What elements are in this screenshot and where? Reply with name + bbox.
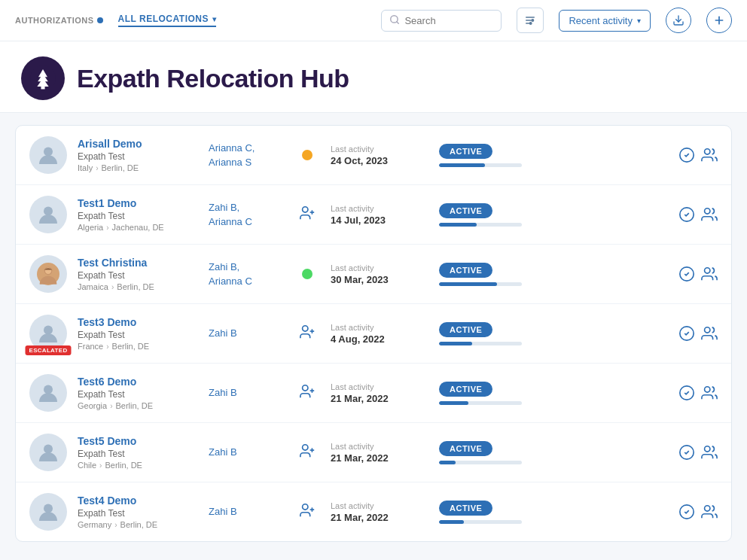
- progress-bar: [439, 223, 522, 227]
- active-badge: ACTIVE: [439, 263, 492, 278]
- person-name[interactable]: Test Christina: [78, 257, 198, 269]
- nav-all-relocations[interactable]: ALL RELOCATIONS ▾: [118, 14, 217, 27]
- avatar: [29, 374, 67, 412]
- avatar: [29, 434, 67, 471]
- svg-point-5: [532, 20, 534, 22]
- consultant-col: Zahi B: [209, 326, 284, 341]
- page-title: Expath Relocation Hub: [77, 64, 349, 93]
- user-edit-button[interactable]: [701, 147, 718, 163]
- recent-activity-button[interactable]: Recent activity ▾: [559, 10, 651, 32]
- activity-col: Last activity 30 Mar, 2023: [331, 263, 428, 285]
- avatar: [29, 255, 67, 293]
- download-button[interactable]: [666, 8, 691, 33]
- svg-point-42: [303, 444, 308, 449]
- activity-date: 21 Mar, 2022: [331, 512, 428, 523]
- avatar-circle: [29, 493, 67, 531]
- add-button[interactable]: [706, 8, 732, 33]
- progress-bar-fill: [439, 520, 464, 524]
- active-badge: ACTIVE: [439, 441, 492, 456]
- check-circle-button[interactable]: [678, 266, 695, 282]
- arrow-icon: ›: [114, 521, 117, 529]
- check-circle-button[interactable]: [678, 325, 695, 342]
- arrow-icon: ›: [110, 402, 112, 410]
- user-edit-button[interactable]: [701, 385, 718, 401]
- svg-rect-14: [41, 87, 44, 89]
- activity-label: Last activity: [331, 263, 428, 272]
- svg-point-40: [705, 387, 710, 392]
- search-input[interactable]: [404, 15, 472, 26]
- consultant-name: Zahi B: [209, 445, 284, 460]
- progress-bar: [439, 282, 522, 286]
- person-org: Expath Test: [78, 151, 198, 162]
- activity-date: 21 Mar, 2022: [331, 393, 428, 404]
- user-edit-button[interactable]: [701, 444, 718, 461]
- table-row: Test5 Demo Expath Test Chile › Berlin, D…: [16, 423, 731, 482]
- person-org: Expath Test: [78, 508, 198, 519]
- progress-bar: [439, 401, 522, 405]
- origin: Chile: [78, 461, 96, 470]
- chevron-down-icon: ▾: [212, 15, 217, 23]
- activity-col: Last activity 24 Oct, 2023: [331, 145, 428, 166]
- person-info: Arisall Demo Expath Test Italy › Berlin,…: [78, 138, 198, 172]
- user-edit-button[interactable]: [701, 206, 718, 223]
- status-person-icon: [299, 205, 316, 225]
- table-row: Test6 Demo Expath Test Georgia › Berlin,…: [16, 364, 731, 423]
- user-edit-button[interactable]: [701, 504, 718, 520]
- avatar-circle: [29, 374, 67, 412]
- status-icon-col: [294, 502, 320, 522]
- consultant-col: Zahi B,Arianna C: [209, 260, 284, 289]
- person-name[interactable]: Test3 Demo: [78, 316, 198, 328]
- activity-label: Last activity: [331, 204, 428, 213]
- check-circle-button[interactable]: [678, 206, 695, 223]
- person-name[interactable]: Test4 Demo: [78, 495, 198, 507]
- svg-point-29: [44, 326, 53, 335]
- status-person-icon: [299, 443, 316, 463]
- origin: Jamaica: [78, 282, 108, 291]
- svg-point-30: [303, 325, 308, 330]
- auth-dot: [97, 17, 103, 23]
- progress-bar-fill: [439, 223, 477, 227]
- person-name[interactable]: Test1 Demo: [78, 197, 198, 209]
- avatar: ESCALATED: [29, 315, 67, 352]
- check-circle-button[interactable]: [678, 504, 695, 520]
- active-badge: ACTIVE: [439, 382, 492, 397]
- person-name[interactable]: Test6 Demo: [78, 376, 198, 388]
- person-name[interactable]: Arisall Demo: [78, 138, 198, 150]
- nav-auth-label: AUTHORIZATIONS: [15, 16, 103, 25]
- consultant-name: Arianna C: [209, 215, 284, 230]
- hero-logo: [21, 56, 65, 100]
- check-circle-button[interactable]: [678, 444, 695, 461]
- status-icon-col: [294, 269, 320, 279]
- origin: France: [78, 342, 103, 351]
- activity-date: 14 Jul, 2023: [331, 215, 428, 226]
- avatar: [29, 136, 67, 174]
- person-name[interactable]: Test5 Demo: [78, 435, 198, 447]
- active-badge: ACTIVE: [439, 501, 492, 516]
- activity-col: Last activity 14 Jul, 2023: [331, 204, 428, 226]
- active-badge: ACTIVE: [439, 322, 492, 337]
- svg-point-17: [705, 149, 710, 154]
- progress-bar: [439, 461, 522, 464]
- status-col: ACTIVE: [439, 263, 537, 286]
- activity-date: 30 Mar, 2023: [331, 274, 428, 285]
- status-col: ACTIVE: [439, 382, 537, 405]
- arrow-icon: ›: [106, 342, 108, 351]
- status-dot-green: [302, 269, 313, 279]
- check-circle-button[interactable]: [678, 147, 695, 163]
- user-edit-button[interactable]: [701, 266, 718, 282]
- filter-button[interactable]: [517, 8, 544, 33]
- svg-point-18: [44, 207, 53, 216]
- consultant-col: Zahi B: [209, 504, 284, 519]
- svg-point-19: [303, 206, 308, 212]
- person-route: Jamaica › Berlin, DE: [78, 282, 198, 291]
- progress-bar-fill: [439, 282, 497, 286]
- check-circle-button[interactable]: [678, 385, 695, 401]
- svg-point-15: [44, 148, 53, 157]
- arrow-icon: ›: [96, 164, 98, 172]
- origin: Algeria: [78, 223, 103, 232]
- consultant-col: Arianna C,Arianna S: [209, 141, 284, 170]
- progress-bar: [439, 163, 522, 167]
- avatar-circle: [29, 434, 67, 471]
- user-edit-button[interactable]: [701, 325, 718, 342]
- consultant-name: Zahi B,: [209, 200, 284, 215]
